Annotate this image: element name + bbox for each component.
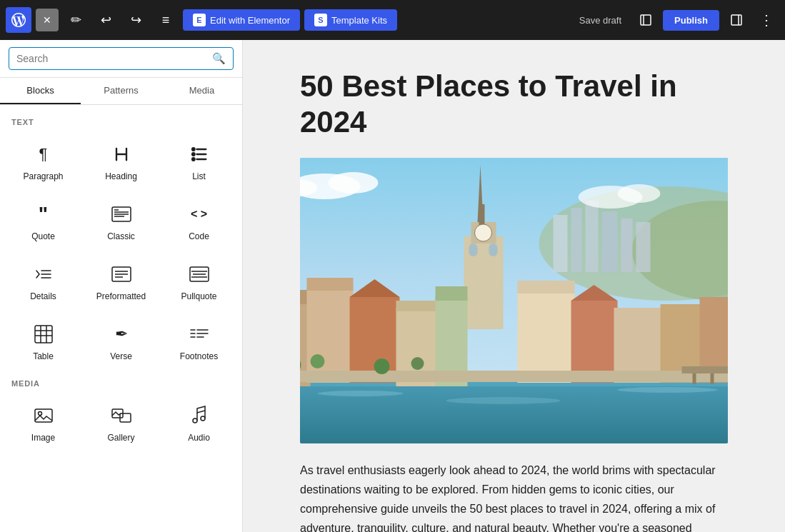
- svg-rect-73: [307, 286, 354, 383]
- edit-button-label: Edit with Elementor: [210, 15, 290, 26]
- block-audio[interactable]: Audio: [161, 393, 236, 451]
- svg-point-93: [411, 357, 424, 370]
- svg-point-64: [446, 397, 561, 404]
- svg-point-42: [201, 416, 205, 421]
- heading-label: Heading: [105, 171, 137, 181]
- block-classic[interactable]: Classic: [84, 192, 159, 249]
- svg-rect-60: [489, 244, 498, 256]
- svg-rect-52: [621, 219, 633, 272]
- svg-rect-57: [479, 204, 485, 226]
- svg-point-9: [192, 158, 195, 161]
- pen-icon-button[interactable]: ✏: [63, 7, 89, 33]
- block-image[interactable]: Image: [6, 393, 81, 451]
- media-section-label: MEDIA: [6, 375, 236, 393]
- table-icon: [31, 321, 56, 347]
- svg-rect-59: [469, 244, 478, 256]
- svg-rect-53: [636, 222, 651, 272]
- svg-rect-75: [350, 297, 400, 383]
- svg-point-63: [318, 391, 404, 396]
- post-title: 50 Best Places to Travel in 2024: [300, 69, 728, 141]
- template-kits-button[interactable]: S Template Kits: [304, 9, 397, 31]
- verse-icon: ✒: [109, 321, 134, 347]
- search-input-wrap[interactable]: 🔍: [9, 47, 234, 70]
- search-bar: 🔍: [0, 40, 242, 78]
- search-input[interactable]: [16, 53, 206, 64]
- list-icon: [186, 141, 212, 167]
- close-button[interactable]: ✕: [36, 9, 59, 31]
- block-pullquote[interactable]: Pullquote: [161, 252, 236, 309]
- block-preformatted[interactable]: Preformatted: [84, 252, 159, 309]
- details-icon: [31, 261, 56, 287]
- post-body: As travel enthusiasts eagerly look ahead…: [300, 461, 728, 532]
- block-table[interactable]: Table: [6, 312, 81, 369]
- code-label: Code: [189, 231, 209, 241]
- post-featured-image: [300, 158, 728, 443]
- block-gallery[interactable]: Gallery: [84, 393, 159, 451]
- tab-patterns[interactable]: Patterns: [81, 78, 161, 104]
- gallery-icon: [109, 403, 134, 428]
- code-icon: < >: [186, 201, 212, 227]
- sidebar-toggle-button[interactable]: [724, 7, 749, 33]
- tab-media[interactable]: Media: [161, 78, 242, 104]
- list-label: List: [192, 171, 206, 181]
- block-code[interactable]: < > Code: [161, 192, 236, 249]
- quote-label: Quote: [31, 231, 55, 241]
- svg-point-102: [329, 172, 379, 194]
- pullquote-icon: [186, 261, 212, 287]
- pullquote-label: Pullquote: [181, 291, 216, 301]
- tab-blocks[interactable]: Blocks: [0, 78, 81, 104]
- svg-rect-96: [711, 373, 714, 384]
- svg-rect-37: [35, 409, 52, 422]
- list-view-button[interactable]: ≡: [153, 7, 179, 33]
- undo-button[interactable]: ↩: [93, 7, 119, 33]
- svg-rect-2: [731, 15, 741, 25]
- view-button[interactable]: [633, 7, 659, 33]
- svg-rect-48: [554, 215, 568, 272]
- block-paragraph[interactable]: ¶ Paragraph: [6, 132, 81, 189]
- block-verse[interactable]: ✒ Verse: [84, 312, 159, 369]
- verse-label: Verse: [110, 351, 132, 361]
- svg-point-38: [38, 412, 41, 416]
- preformatted-label: Preformatted: [96, 291, 146, 301]
- block-heading[interactable]: Heading: [84, 132, 159, 189]
- sidebar: 🔍 Blocks Patterns Media TEXT ¶ Paragraph: [0, 40, 243, 532]
- svg-rect-74: [307, 278, 354, 291]
- main-layout: 🔍 Blocks Patterns Media TEXT ¶ Paragraph: [0, 40, 785, 532]
- svg-rect-83: [571, 301, 618, 383]
- more-options-button[interactable]: ⋮: [754, 7, 779, 33]
- tabs: Blocks Patterns Media: [0, 78, 242, 105]
- block-list[interactable]: List: [161, 132, 236, 189]
- preformatted-icon: [109, 261, 134, 287]
- save-draft-button[interactable]: Save draft: [572, 11, 629, 30]
- svg-rect-81: [518, 290, 575, 383]
- paragraph-label: Paragraph: [23, 171, 63, 181]
- svg-rect-49: [571, 208, 582, 272]
- audio-icon: [186, 403, 212, 428]
- svg-rect-89: [300, 371, 728, 382]
- block-details[interactable]: Details: [6, 252, 81, 309]
- paragraph-icon: ¶: [31, 141, 56, 167]
- media-blocks-grid: Image Gallery: [6, 393, 236, 451]
- redo-button[interactable]: ↪: [123, 7, 149, 33]
- svg-point-91: [311, 354, 325, 368]
- classic-label: Classic: [107, 231, 135, 241]
- template-badge: S: [314, 14, 327, 26]
- classic-icon: [109, 201, 134, 227]
- wordpress-logo[interactable]: [6, 7, 31, 33]
- topbar: ✕ ✏ ↩ ↪ ≡ E Edit with Elementor S Templa…: [0, 0, 785, 40]
- block-footnotes[interactable]: Footnotes: [161, 312, 236, 369]
- heading-icon: [109, 141, 134, 167]
- block-quote[interactable]: " Quote: [6, 192, 81, 249]
- svg-point-65: [618, 387, 718, 393]
- details-label: Details: [30, 291, 56, 301]
- svg-rect-78: [396, 301, 439, 311]
- svg-rect-94: [682, 366, 729, 373]
- footnotes-icon: [186, 321, 212, 347]
- svg-rect-82: [518, 281, 575, 293]
- svg-rect-26: [35, 326, 52, 343]
- edit-with-elementor-button[interactable]: E Edit with Elementor: [183, 9, 300, 31]
- svg-rect-80: [436, 286, 468, 301]
- publish-button[interactable]: Publish: [663, 10, 719, 31]
- content-area: 50 Best Places to Travel in 2024: [243, 40, 785, 532]
- svg-point-8: [192, 153, 195, 156]
